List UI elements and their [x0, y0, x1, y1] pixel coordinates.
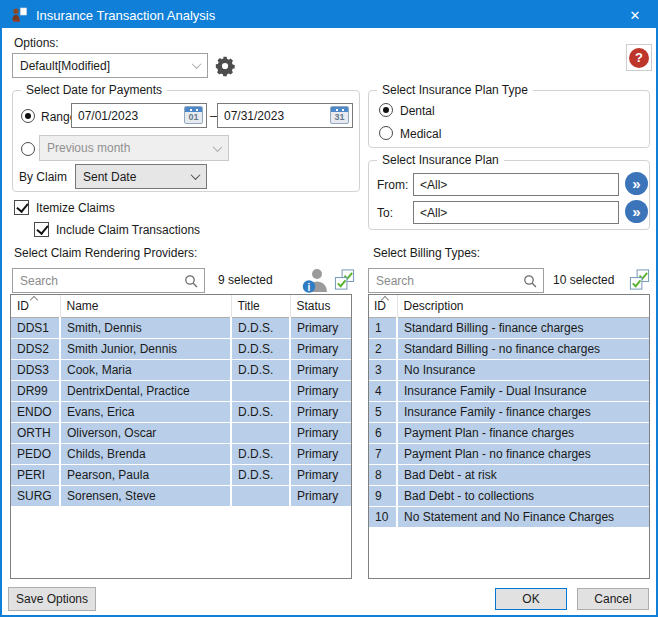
- column-header-description[interactable]: Description: [397, 295, 649, 317]
- table-cell[interactable]: Standard Billing - finance charges: [397, 317, 649, 338]
- table-cell[interactable]: Oliverson, Oscar: [60, 422, 231, 443]
- column-header-title[interactable]: Title: [231, 295, 290, 317]
- table-cell[interactable]: Cook, Maria: [60, 359, 231, 380]
- table-cell[interactable]: D.D.S.: [231, 338, 290, 359]
- table-cell[interactable]: [231, 422, 290, 443]
- table-cell[interactable]: PERI: [11, 464, 60, 485]
- preset-period-radio[interactable]: [21, 142, 35, 156]
- table-row[interactable]: SURGSorensen, StevePrimary: [11, 485, 351, 506]
- table-cell[interactable]: 1: [369, 317, 397, 338]
- column-header-status[interactable]: Status: [290, 295, 351, 317]
- table-row[interactable]: 6Payment Plan - finance charges: [369, 422, 649, 443]
- table-cell[interactable]: D.D.S.: [231, 401, 290, 422]
- table-row[interactable]: 10No Statement and No Finance Charges: [369, 506, 649, 527]
- table-row[interactable]: DR99DentrixDental, PracticePrimary: [11, 380, 351, 401]
- table-cell[interactable]: ORTH: [11, 422, 60, 443]
- range-radio[interactable]: [21, 109, 35, 123]
- table-cell[interactable]: D.D.S.: [231, 443, 290, 464]
- billing-listbox[interactable]: ID Description 1Standard Billing - finan…: [368, 294, 650, 579]
- table-cell[interactable]: Standard Billing - no finance charges: [397, 338, 649, 359]
- table-cell[interactable]: Primary: [290, 401, 351, 422]
- by-claim-combo[interactable]: Sent Date: [75, 164, 207, 189]
- column-header-id[interactable]: ID: [369, 295, 397, 317]
- table-cell[interactable]: Insurance Family - finance charges: [397, 401, 649, 422]
- providers-select-all-icon[interactable]: [333, 268, 356, 292]
- table-cell[interactable]: Bad Debt - to collections: [397, 485, 649, 506]
- table-cell[interactable]: 9: [369, 485, 397, 506]
- preset-period-combo[interactable]: Previous month: [39, 135, 229, 161]
- table-cell[interactable]: 4: [369, 380, 397, 401]
- table-cell[interactable]: DDS3: [11, 359, 60, 380]
- table-cell[interactable]: Primary: [290, 338, 351, 359]
- table-cell[interactable]: Insurance Family - Dual Insurance: [397, 380, 649, 401]
- table-row[interactable]: DDS1Smith, DennisD.D.S.Primary: [11, 317, 351, 338]
- table-cell[interactable]: PEDO: [11, 443, 60, 464]
- table-row[interactable]: 1Standard Billing - finance charges: [369, 317, 649, 338]
- table-cell[interactable]: DentrixDental, Practice: [60, 380, 231, 401]
- providers-listbox[interactable]: ID Name Title Status DDS1Smith, DennisD.…: [10, 294, 352, 579]
- table-row[interactable]: 2Standard Billing - no finance charges: [369, 338, 649, 359]
- plan-from-field[interactable]: <All>: [413, 173, 619, 196]
- table-row[interactable]: 8Bad Debt - at risk: [369, 464, 649, 485]
- column-header-name[interactable]: Name: [60, 295, 231, 317]
- options-combo[interactable]: Default[Modified]: [12, 53, 208, 78]
- close-button[interactable]: ✕: [614, 2, 656, 28]
- table-cell[interactable]: DDS1: [11, 317, 60, 338]
- table-row[interactable]: DDS2Smith Junior, DennisD.D.S.Primary: [11, 338, 351, 359]
- medical-radio[interactable]: [379, 126, 393, 140]
- table-cell[interactable]: Childs, Brenda: [60, 443, 231, 464]
- gear-icon[interactable]: [214, 55, 236, 77]
- table-cell[interactable]: D.D.S.: [231, 317, 290, 338]
- table-cell[interactable]: D.D.S.: [231, 464, 290, 485]
- providers-search-input[interactable]: [13, 269, 204, 292]
- save-options-button[interactable]: Save Options: [8, 587, 96, 611]
- table-cell[interactable]: Sorensen, Steve: [60, 485, 231, 506]
- provider-info-icon[interactable]: i: [300, 265, 330, 295]
- table-row[interactable]: 3No Insurance: [369, 359, 649, 380]
- table-cell[interactable]: 6: [369, 422, 397, 443]
- table-cell[interactable]: DR99: [11, 380, 60, 401]
- plan-to-picker-button[interactable]: »: [625, 200, 648, 223]
- table-cell[interactable]: [231, 485, 290, 506]
- table-row[interactable]: PERIPearson, PaulaD.D.S.Primary: [11, 464, 351, 485]
- table-cell[interactable]: Smith, Dennis: [60, 317, 231, 338]
- table-cell[interactable]: Pearson, Paula: [60, 464, 231, 485]
- billing-search-input[interactable]: [369, 269, 543, 292]
- table-cell[interactable]: No Statement and No Finance Charges: [397, 506, 649, 527]
- table-row[interactable]: ENDOEvans, EricaD.D.S.Primary: [11, 401, 351, 422]
- table-row[interactable]: DDS3Cook, MariaD.D.S.Primary: [11, 359, 351, 380]
- dental-radio[interactable]: [379, 103, 393, 117]
- calendar-icon[interactable]: 31: [330, 106, 349, 124]
- include-claim-transactions-checkbox[interactable]: [34, 222, 49, 237]
- table-cell[interactable]: D.D.S.: [231, 359, 290, 380]
- table-cell[interactable]: 5: [369, 401, 397, 422]
- ok-button[interactable]: OK: [495, 588, 567, 610]
- itemize-claims-checkbox[interactable]: [14, 200, 29, 215]
- plan-from-picker-button[interactable]: »: [625, 172, 648, 195]
- calendar-icon[interactable]: 01: [184, 106, 203, 124]
- table-row[interactable]: 7Payment Plan - no finance charges: [369, 443, 649, 464]
- table-cell[interactable]: 7: [369, 443, 397, 464]
- cancel-button[interactable]: Cancel: [577, 588, 649, 610]
- column-header-id[interactable]: ID: [11, 295, 60, 317]
- table-cell[interactable]: Payment Plan - no finance charges: [397, 443, 649, 464]
- help-button[interactable]: ?: [626, 44, 652, 71]
- table-cell[interactable]: Primary: [290, 380, 351, 401]
- table-cell[interactable]: 3: [369, 359, 397, 380]
- table-cell[interactable]: 2: [369, 338, 397, 359]
- table-cell[interactable]: Evans, Erica: [60, 401, 231, 422]
- table-row[interactable]: ORTHOliverson, OscarPrimary: [11, 422, 351, 443]
- table-row[interactable]: PEDOChilds, BrendaD.D.S.Primary: [11, 443, 351, 464]
- table-cell[interactable]: Primary: [290, 485, 351, 506]
- table-cell[interactable]: Bad Debt - at risk: [397, 464, 649, 485]
- table-cell[interactable]: Payment Plan - finance charges: [397, 422, 649, 443]
- table-cell[interactable]: DDS2: [11, 338, 60, 359]
- table-cell[interactable]: SURG: [11, 485, 60, 506]
- table-cell[interactable]: ENDO: [11, 401, 60, 422]
- billing-select-all-icon[interactable]: [628, 268, 651, 292]
- table-cell[interactable]: Smith Junior, Dennis: [60, 338, 231, 359]
- plan-to-field[interactable]: <All>: [413, 201, 619, 224]
- table-row[interactable]: 9Bad Debt - to collections: [369, 485, 649, 506]
- table-cell[interactable]: Primary: [290, 464, 351, 485]
- table-cell[interactable]: Primary: [290, 359, 351, 380]
